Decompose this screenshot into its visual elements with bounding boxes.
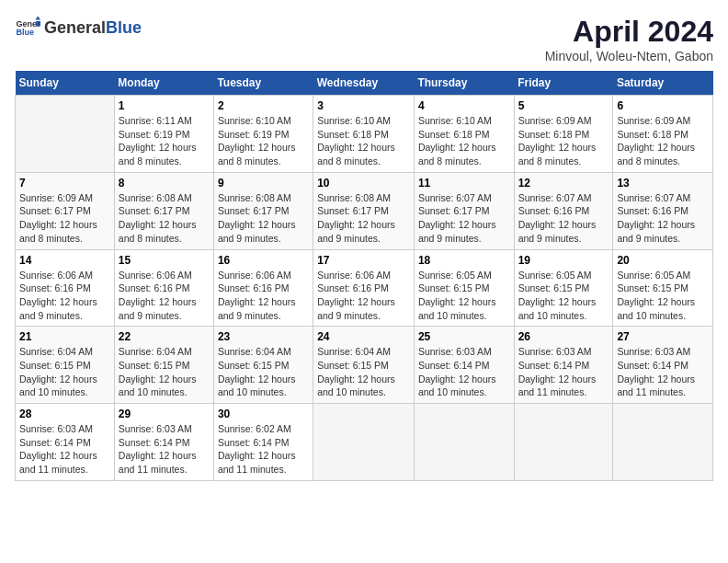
day-detail: Sunrise: 6:02 AMSunset: 6:14 PMDaylight:… xyxy=(218,423,296,475)
calendar-cell: 1Sunrise: 6:11 AMSunset: 6:19 PMDaylight… xyxy=(114,96,213,173)
day-number: 4 xyxy=(418,99,510,112)
day-detail: Sunrise: 6:10 AMSunset: 6:19 PMDaylight:… xyxy=(218,115,296,167)
day-detail: Sunrise: 6:04 AMSunset: 6:15 PMDaylight:… xyxy=(19,346,97,397)
calendar-week-row: 1Sunrise: 6:11 AMSunset: 6:19 PMDaylight… xyxy=(16,96,713,173)
day-detail: Sunrise: 6:06 AMSunset: 6:16 PMDaylight:… xyxy=(19,270,97,321)
day-detail: Sunrise: 6:03 AMSunset: 6:14 PMDaylight:… xyxy=(418,346,496,397)
calendar-cell: 17Sunrise: 6:06 AMSunset: 6:16 PMDayligh… xyxy=(313,249,415,327)
calendar-cell: 15Sunrise: 6:06 AMSunset: 6:16 PMDayligh… xyxy=(114,249,213,327)
calendar-cell: 13Sunrise: 6:07 AMSunset: 6:16 PMDayligh… xyxy=(613,172,713,249)
day-header-friday: Friday xyxy=(514,71,613,96)
day-number: 13 xyxy=(617,177,709,190)
day-number: 8 xyxy=(119,177,210,190)
calendar-week-row: 7Sunrise: 6:09 AMSunset: 6:17 PMDaylight… xyxy=(16,172,713,249)
calendar-cell: 12Sunrise: 6:07 AMSunset: 6:16 PMDayligh… xyxy=(514,172,613,249)
header: General Blue General Blue April 2024 Min… xyxy=(15,15,713,63)
calendar-cell xyxy=(414,404,514,481)
calendar-cell: 28Sunrise: 6:03 AMSunset: 6:14 PMDayligh… xyxy=(16,404,115,481)
title-area: April 2024 Minvoul, Woleu-Ntem, Gabon xyxy=(545,15,713,63)
calendar-cell: 30Sunrise: 6:02 AMSunset: 6:14 PMDayligh… xyxy=(213,404,313,481)
calendar-cell: 23Sunrise: 6:04 AMSunset: 6:15 PMDayligh… xyxy=(213,327,313,404)
day-number: 23 xyxy=(218,330,309,343)
day-detail: Sunrise: 6:07 AMSunset: 6:17 PMDaylight:… xyxy=(418,192,496,244)
day-header-thursday: Thursday xyxy=(414,71,514,96)
day-detail: Sunrise: 6:07 AMSunset: 6:16 PMDaylight:… xyxy=(518,192,597,244)
day-header-monday: Monday xyxy=(114,71,213,96)
day-number: 25 xyxy=(418,330,510,343)
day-number: 18 xyxy=(418,254,510,267)
day-number: 24 xyxy=(317,330,410,343)
day-detail: Sunrise: 6:05 AMSunset: 6:15 PMDaylight:… xyxy=(418,270,496,321)
calendar-week-row: 28Sunrise: 6:03 AMSunset: 6:14 PMDayligh… xyxy=(16,404,713,481)
calendar-cell: 22Sunrise: 6:04 AMSunset: 6:15 PMDayligh… xyxy=(114,327,213,404)
day-detail: Sunrise: 6:04 AMSunset: 6:15 PMDaylight:… xyxy=(218,346,296,397)
calendar-cell: 8Sunrise: 6:08 AMSunset: 6:17 PMDaylight… xyxy=(114,172,213,249)
day-number: 30 xyxy=(218,408,309,420)
calendar-week-row: 21Sunrise: 6:04 AMSunset: 6:15 PMDayligh… xyxy=(16,327,713,404)
logo-icon: General Blue xyxy=(15,15,40,40)
page-subtitle: Minvoul, Woleu-Ntem, Gabon xyxy=(545,49,713,63)
day-number: 6 xyxy=(617,99,709,112)
day-detail: Sunrise: 6:08 AMSunset: 6:17 PMDaylight:… xyxy=(218,192,296,244)
day-number: 17 xyxy=(317,254,410,267)
day-detail: Sunrise: 6:08 AMSunset: 6:17 PMDaylight:… xyxy=(119,192,197,244)
calendar-cell xyxy=(313,404,415,481)
day-number: 22 xyxy=(119,330,210,343)
calendar-cell: 14Sunrise: 6:06 AMSunset: 6:16 PMDayligh… xyxy=(16,249,115,327)
logo: General Blue General Blue xyxy=(15,15,142,40)
calendar-cell xyxy=(16,96,115,173)
calendar-cell: 7Sunrise: 6:09 AMSunset: 6:17 PMDaylight… xyxy=(16,172,115,249)
day-detail: Sunrise: 6:07 AMSunset: 6:16 PMDaylight:… xyxy=(617,192,695,244)
day-number: 14 xyxy=(19,254,110,267)
day-detail: Sunrise: 6:06 AMSunset: 6:16 PMDaylight:… xyxy=(317,270,395,321)
calendar-header-row: SundayMondayTuesdayWednesdayThursdayFrid… xyxy=(16,71,713,96)
day-detail: Sunrise: 6:09 AMSunset: 6:17 PMDaylight:… xyxy=(19,192,97,244)
day-detail: Sunrise: 6:03 AMSunset: 6:14 PMDaylight:… xyxy=(119,423,197,475)
svg-marker-3 xyxy=(36,21,40,27)
day-number: 5 xyxy=(518,99,609,112)
day-detail: Sunrise: 6:04 AMSunset: 6:15 PMDaylight:… xyxy=(119,346,197,397)
calendar-cell xyxy=(613,404,713,481)
day-number: 26 xyxy=(518,330,609,343)
calendar-cell: 20Sunrise: 6:05 AMSunset: 6:15 PMDayligh… xyxy=(613,249,713,327)
day-header-sunday: Sunday xyxy=(16,71,115,96)
day-number: 21 xyxy=(19,330,110,343)
day-detail: Sunrise: 6:08 AMSunset: 6:17 PMDaylight:… xyxy=(317,192,395,244)
calendar-cell: 27Sunrise: 6:03 AMSunset: 6:14 PMDayligh… xyxy=(613,327,713,404)
day-detail: Sunrise: 6:06 AMSunset: 6:16 PMDaylight:… xyxy=(119,270,197,321)
day-number: 16 xyxy=(218,254,309,267)
calendar-cell: 10Sunrise: 6:08 AMSunset: 6:17 PMDayligh… xyxy=(313,172,415,249)
day-detail: Sunrise: 6:09 AMSunset: 6:18 PMDaylight:… xyxy=(617,115,695,167)
calendar-cell: 26Sunrise: 6:03 AMSunset: 6:14 PMDayligh… xyxy=(514,327,613,404)
calendar-cell: 2Sunrise: 6:10 AMSunset: 6:19 PMDaylight… xyxy=(213,96,313,173)
calendar-cell: 6Sunrise: 6:09 AMSunset: 6:18 PMDaylight… xyxy=(613,96,713,173)
day-detail: Sunrise: 6:10 AMSunset: 6:18 PMDaylight:… xyxy=(317,115,395,167)
day-header-tuesday: Tuesday xyxy=(213,71,313,96)
day-header-wednesday: Wednesday xyxy=(313,71,415,96)
day-number: 19 xyxy=(518,254,609,267)
day-number: 28 xyxy=(19,408,110,420)
calendar-cell: 24Sunrise: 6:04 AMSunset: 6:15 PMDayligh… xyxy=(313,327,415,404)
day-detail: Sunrise: 6:03 AMSunset: 6:14 PMDaylight:… xyxy=(19,423,97,475)
day-detail: Sunrise: 6:10 AMSunset: 6:18 PMDaylight:… xyxy=(418,115,496,167)
svg-marker-2 xyxy=(35,16,40,19)
svg-text:Blue: Blue xyxy=(16,28,34,37)
calendar-cell: 19Sunrise: 6:05 AMSunset: 6:15 PMDayligh… xyxy=(514,249,613,327)
day-number: 7 xyxy=(19,177,110,190)
calendar-cell: 25Sunrise: 6:03 AMSunset: 6:14 PMDayligh… xyxy=(414,327,514,404)
calendar-cell: 9Sunrise: 6:08 AMSunset: 6:17 PMDaylight… xyxy=(213,172,313,249)
calendar-cell: 29Sunrise: 6:03 AMSunset: 6:14 PMDayligh… xyxy=(114,404,213,481)
day-detail: Sunrise: 6:05 AMSunset: 6:15 PMDaylight:… xyxy=(518,270,597,321)
day-number: 12 xyxy=(518,177,609,190)
calendar-week-row: 14Sunrise: 6:06 AMSunset: 6:16 PMDayligh… xyxy=(16,249,713,327)
calendar-cell: 18Sunrise: 6:05 AMSunset: 6:15 PMDayligh… xyxy=(414,249,514,327)
day-number: 29 xyxy=(119,408,210,420)
day-number: 2 xyxy=(218,99,309,112)
day-detail: Sunrise: 6:03 AMSunset: 6:14 PMDaylight:… xyxy=(518,346,597,397)
day-detail: Sunrise: 6:03 AMSunset: 6:14 PMDaylight:… xyxy=(617,346,695,397)
page-title: April 2024 xyxy=(545,15,713,49)
logo-blue-text: Blue xyxy=(106,18,142,38)
calendar-cell: 16Sunrise: 6:06 AMSunset: 6:16 PMDayligh… xyxy=(213,249,313,327)
day-detail: Sunrise: 6:06 AMSunset: 6:16 PMDaylight:… xyxy=(218,270,296,321)
day-detail: Sunrise: 6:09 AMSunset: 6:18 PMDaylight:… xyxy=(518,115,597,167)
